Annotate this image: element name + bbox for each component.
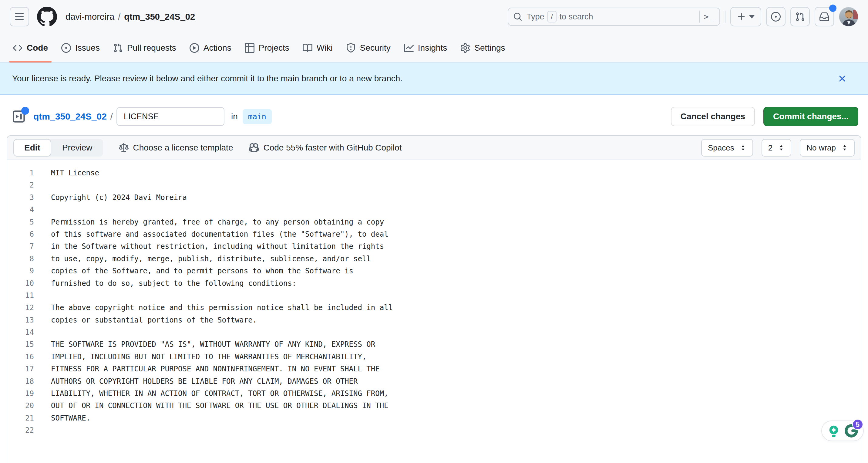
editor-toolbar: Edit Preview Choose a license template C… — [7, 136, 861, 160]
copilot-promo-link[interactable]: Code 55% faster with GitHub Copilot — [249, 143, 402, 153]
line-number: 11 — [7, 289, 34, 302]
code-line[interactable]: 9 copies of the Software, and to permit … — [7, 265, 861, 277]
tab-wiki[interactable]: Wiki — [297, 33, 338, 62]
tab-settings[interactable]: Settings — [455, 33, 510, 62]
indent-size-value: 2 — [768, 143, 772, 153]
tab-edit[interactable]: Edit — [13, 139, 51, 157]
line-text: in the Software without restriction, inc… — [34, 240, 384, 252]
tab-label: Pull requests — [127, 43, 176, 53]
line-text: OUT OF OR IN CONNECTION WITH THE SOFTWAR… — [34, 400, 389, 412]
grammarly-widget[interactable]: 5 — [821, 421, 864, 441]
code-line[interactable]: 6 of this software and associated docume… — [7, 228, 861, 240]
branch-badge[interactable]: main — [243, 109, 272, 124]
code-line[interactable]: 18 AUTHORS OR COPYRIGHT HOLDERS BE LIABL… — [7, 375, 861, 388]
breadcrumb-separator: / — [118, 12, 120, 22]
search-input[interactable]: Type / to search >_ — [508, 8, 720, 26]
indent-mode-select[interactable]: Spaces — [701, 139, 753, 157]
code-line[interactable]: 11 — [7, 289, 861, 302]
code-line[interactable]: 20 OUT OF OR IN CONNECTION WITH THE SOFT… — [7, 400, 861, 412]
tab-insights[interactable]: Insights — [399, 33, 453, 62]
line-number: 14 — [7, 326, 34, 338]
repo-nav: Code Issues Pull requests Actions Projec… — [0, 33, 868, 62]
hamburger-menu-button[interactable] — [10, 7, 29, 26]
line-number: 18 — [7, 375, 34, 388]
indent-mode-value: Spaces — [708, 143, 734, 153]
code-line[interactable]: 17 FITNESS FOR A PARTICULAR PURPOSE AND … — [7, 363, 861, 375]
line-text: copies of the Software, and to permit pe… — [34, 265, 353, 277]
shield-icon — [346, 43, 356, 53]
unread-notification-dot — [829, 5, 836, 12]
filename-input[interactable] — [117, 107, 224, 126]
code-line[interactable]: 1 MIT License — [7, 167, 861, 179]
hamburger-icon — [14, 12, 24, 22]
choose-license-template-button[interactable]: Choose a license template — [119, 143, 233, 153]
unfold-icon — [778, 145, 784, 151]
line-text: LIABILITY, WHETHER IN AN ACTION OF CONTR… — [34, 388, 389, 400]
commit-changes-button[interactable]: Commit changes... — [763, 107, 858, 126]
search-placeholder: Type / to search — [527, 11, 593, 23]
modified-dot — [21, 107, 29, 115]
code-line[interactable]: 16 IMPLIED, INCLUDING BUT NOT LIMITED TO… — [7, 351, 861, 363]
issues-dashboard-button[interactable] — [766, 7, 785, 26]
github-logo-icon[interactable] — [37, 7, 57, 27]
grammarly-count-badge: 5 — [852, 419, 863, 430]
tab-label: Wiki — [317, 43, 333, 53]
line-text: furnished to do so, subject to the follo… — [34, 277, 296, 289]
code-line[interactable]: 4 — [7, 204, 861, 216]
code-line[interactable]: 12 The above copyright notice and this p… — [7, 302, 861, 314]
tab-preview[interactable]: Preview — [51, 139, 103, 157]
breadcrumb-repo[interactable]: qtm_350_24S_02 — [124, 12, 195, 22]
line-text: IMPLIED, INCLUDING BUT NOT LIMITED TO TH… — [34, 351, 366, 363]
global-header: davi-moreira / qtm_350_24S_02 Type / to … — [0, 0, 868, 33]
unfold-icon — [740, 145, 746, 151]
edit-preview-switch: Edit Preview — [13, 139, 103, 157]
code-editor-content[interactable]: 1 MIT License 2 3 Copyright (c) 2024 Dav… — [7, 160, 861, 437]
code-line[interactable]: 22 — [7, 424, 861, 436]
breadcrumb-owner[interactable]: davi-moreira — [65, 12, 114, 22]
tab-security[interactable]: Security — [341, 33, 396, 62]
code-line[interactable]: 7 in the Software without restriction, i… — [7, 240, 861, 252]
line-text: Permission is hereby granted, free of ch… — [34, 216, 384, 228]
cancel-changes-button[interactable]: Cancel changes — [671, 107, 755, 126]
code-line[interactable]: 15 THE SOFTWARE IS PROVIDED "AS IS", WIT… — [7, 338, 861, 350]
wrap-mode-select[interactable]: No wrap — [800, 139, 855, 157]
code-line[interactable]: 2 — [7, 179, 861, 191]
tab-actions[interactable]: Actions — [184, 33, 237, 62]
command-palette-icon[interactable]: >_ — [704, 12, 715, 21]
tab-label: Code — [27, 43, 48, 53]
git-pull-request-icon — [795, 12, 805, 22]
line-number: 15 — [7, 338, 34, 350]
avatar[interactable] — [839, 7, 858, 26]
line-text: to use, copy, modify, merge, publish, di… — [34, 253, 371, 265]
line-text: copies or substantial portions of the So… — [34, 314, 257, 326]
line-number: 12 — [7, 302, 34, 314]
code-line[interactable]: 10 furnished to do so, subject to the fo… — [7, 277, 861, 289]
lightbulb-icon — [827, 424, 841, 438]
tab-projects[interactable]: Projects — [239, 33, 295, 62]
tab-label: Insights — [418, 43, 447, 53]
play-icon — [190, 43, 199, 53]
pull-requests-dashboard-button[interactable] — [790, 7, 810, 26]
code-icon — [13, 43, 23, 53]
tab-pull-requests[interactable]: Pull requests — [108, 33, 182, 62]
code-line[interactable]: 8 to use, copy, modify, merge, publish, … — [7, 253, 861, 265]
line-number: 7 — [7, 240, 34, 252]
slash-key-icon: / — [548, 11, 557, 23]
indent-size-select[interactable]: 2 — [762, 139, 791, 157]
line-number: 17 — [7, 363, 34, 375]
code-line[interactable]: 5 Permission is hereby granted, free of … — [7, 216, 861, 228]
tab-issues[interactable]: Issues — [56, 33, 105, 62]
line-number: 4 — [7, 204, 34, 216]
line-number: 8 — [7, 253, 34, 265]
code-line[interactable]: 3 Copyright (c) 2024 Davi Moreira — [7, 191, 861, 204]
breadcrumb: davi-moreira / qtm_350_24S_02 — [65, 12, 195, 22]
code-line[interactable]: 19 LIABILITY, WHETHER IN AN ACTION OF CO… — [7, 388, 861, 400]
code-line[interactable]: 21 SOFTWARE. — [7, 412, 861, 424]
header-actions: Type / to search >_ — [508, 7, 858, 26]
repo-root-link[interactable]: qtm_350_24S_02 — [33, 111, 107, 122]
create-new-button[interactable] — [730, 7, 761, 26]
banner-close-button[interactable] — [837, 73, 847, 84]
tab-code[interactable]: Code — [7, 33, 53, 62]
code-line[interactable]: 14 — [7, 326, 861, 338]
code-line[interactable]: 13 copies or substantial portions of the… — [7, 314, 861, 326]
